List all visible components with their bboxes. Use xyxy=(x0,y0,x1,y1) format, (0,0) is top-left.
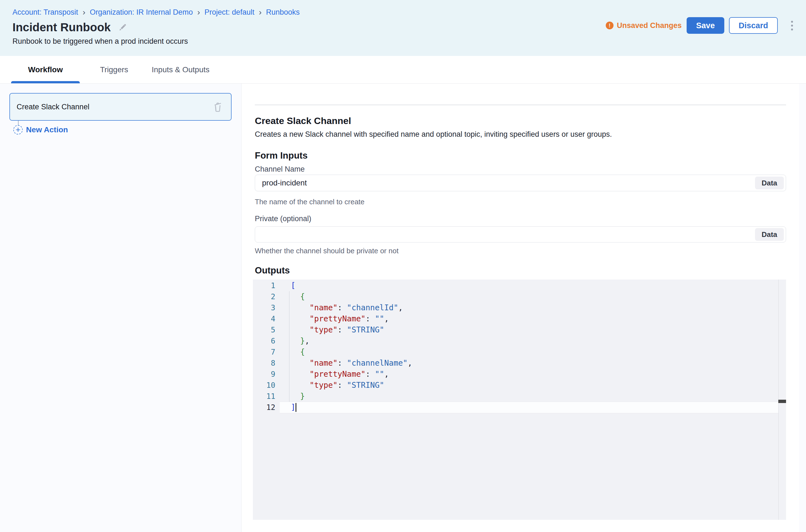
outputs-heading: Outputs xyxy=(255,265,290,276)
action-detail-description: Creates a new Slack channel with specifi… xyxy=(255,130,612,139)
unsaved-changes-badge: ! Unsaved Changes xyxy=(606,21,682,30)
new-action-label: New Action xyxy=(26,126,68,134)
code-line-6[interactable]: 6 }, xyxy=(253,336,786,346)
line-number: 3 xyxy=(253,302,280,314)
overview-ruler-cursor-mark xyxy=(778,400,786,403)
tab-bar: Workflow Triggers Inputs & Outputs xyxy=(0,56,806,83)
tab-inputs-outputs[interactable]: Inputs & Outputs xyxy=(148,56,213,83)
plus-icon: + xyxy=(13,125,23,134)
line-number: 7 xyxy=(253,346,280,358)
tab-triggers[interactable]: Triggers xyxy=(80,56,148,83)
edit-title-pencil-icon[interactable] xyxy=(117,22,128,33)
action-card-label: Create Slack Channel xyxy=(17,103,212,111)
line-number: 5 xyxy=(253,324,280,336)
breadcrumb-organization-link[interactable]: Organization: IR Internal Demo xyxy=(90,8,193,17)
indent-guide-line xyxy=(289,291,290,402)
alert-icon: ! xyxy=(606,22,613,29)
more-options-kebab-icon[interactable] xyxy=(789,19,795,32)
channel-name-data-button[interactable]: Data xyxy=(755,176,784,189)
code-line-9[interactable]: 9 "prettyName": "", xyxy=(253,369,786,380)
code-line-2[interactable]: 2 { xyxy=(253,291,786,302)
private-label: Private (optional) xyxy=(255,214,311,223)
line-number: 12 xyxy=(253,402,280,413)
save-button[interactable]: Save xyxy=(686,17,724,34)
line-number: 4 xyxy=(253,314,280,324)
code-line-8[interactable]: 8 "name": "channelName", xyxy=(253,358,786,369)
line-number: 2 xyxy=(253,291,280,302)
line-number: 11 xyxy=(253,391,280,402)
new-action-button[interactable]: + New Action xyxy=(13,125,68,134)
code-line-10[interactable]: 10 "type": "STRING" xyxy=(253,380,786,391)
line-number: 10 xyxy=(253,380,280,391)
page-background-strip xyxy=(799,83,806,532)
code-line-1[interactable]: 1[ xyxy=(253,280,786,291)
code-line-11[interactable]: 11 } xyxy=(253,391,786,402)
workflow-steps-panel: Create Slack Channel + New Action xyxy=(0,83,241,532)
breadcrumb-runbooks-link[interactable]: Runbooks xyxy=(266,8,300,17)
page-title: Incident Runbook xyxy=(13,20,111,34)
breadcrumb-project-link[interactable]: Project: default xyxy=(204,8,254,17)
runbook-description: Runbook to be triggered when a prod inci… xyxy=(13,37,188,46)
section-divider xyxy=(255,104,786,105)
channel-name-label: Channel Name xyxy=(255,165,305,174)
breadcrumb: Account: Transposit › Organization: IR I… xyxy=(13,8,300,17)
action-card-create-slack-channel[interactable]: Create Slack Channel xyxy=(10,93,232,121)
channel-name-helper-text: The name of the channel to create xyxy=(255,197,365,206)
private-input[interactable] xyxy=(255,226,786,243)
code-lines: 1[2 {3 "name": "channelId",4 "prettyName… xyxy=(253,280,786,413)
discard-button[interactable]: Discard xyxy=(729,17,778,34)
tab-workflow[interactable]: Workflow xyxy=(11,56,80,83)
private-data-button[interactable]: Data xyxy=(755,228,784,241)
private-helper-text: Whether the channel should be private or… xyxy=(255,246,399,255)
action-detail-panel: Create Slack Channel Creates a new Slack… xyxy=(242,83,799,532)
outputs-code-editor[interactable]: 1[2 {3 "name": "channelId",4 "prettyName… xyxy=(253,280,786,520)
code-line-4[interactable]: 4 "prettyName": "", xyxy=(253,314,786,324)
breadcrumb-separator: › xyxy=(83,8,85,16)
breadcrumb-separator: › xyxy=(197,8,200,16)
code-line-7[interactable]: 7 { xyxy=(253,346,786,358)
channel-name-input[interactable] xyxy=(255,175,786,191)
action-detail-title: Create Slack Channel xyxy=(255,115,351,127)
line-number: 9 xyxy=(253,369,280,380)
line-number: 1 xyxy=(253,280,280,291)
text-cursor xyxy=(295,403,296,412)
breadcrumb-separator: › xyxy=(259,8,261,16)
line-number: 6 xyxy=(253,336,280,346)
step-connector-line xyxy=(18,121,19,125)
unsaved-changes-label: Unsaved Changes xyxy=(617,21,682,30)
page-header: Account: Transposit › Organization: IR I… xyxy=(0,0,806,56)
code-line-12[interactable]: 12] xyxy=(253,402,786,413)
code-line-5[interactable]: 5 "type": "STRING" xyxy=(253,324,786,336)
delete-action-trash-icon[interactable] xyxy=(212,101,223,112)
form-inputs-heading: Form Inputs xyxy=(255,150,308,161)
active-tab-underline xyxy=(11,81,80,83)
code-line-3[interactable]: 3 "name": "channelId", xyxy=(253,302,786,314)
breadcrumb-account-link[interactable]: Account: Transposit xyxy=(13,8,78,17)
line-number: 8 xyxy=(253,358,280,369)
